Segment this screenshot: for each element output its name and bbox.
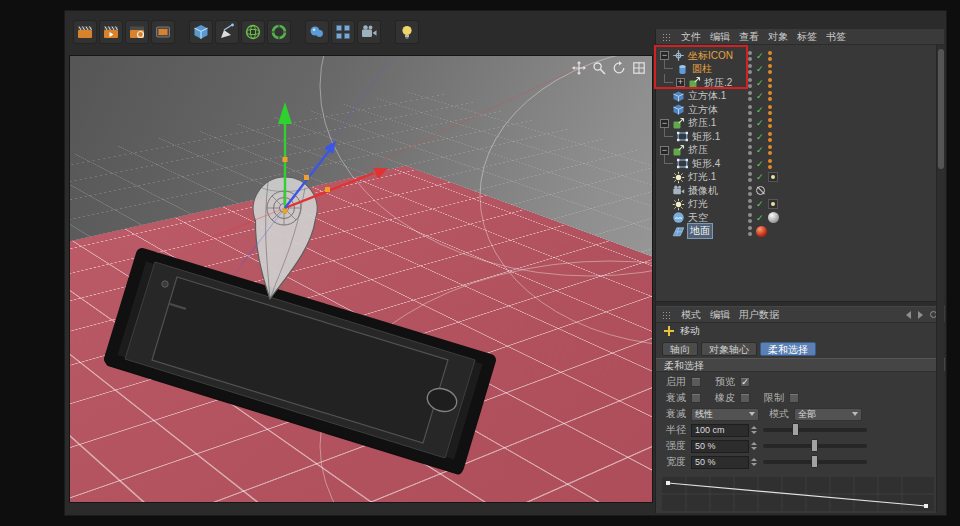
phone-model[interactable] [110, 254, 490, 470]
visibility-dots[interactable] [748, 186, 752, 196]
back-arrow-icon[interactable] [906, 311, 911, 319]
slider-handle[interactable] [811, 455, 818, 468]
enabled-check-icon[interactable] [756, 132, 764, 142]
expand-icon[interactable] [676, 78, 685, 87]
surface-checkbox[interactable] [740, 393, 750, 403]
panel-grip-icon[interactable] [662, 33, 670, 41]
enabled-check-icon[interactable] [756, 213, 764, 223]
layer-dots[interactable] [768, 64, 772, 74]
stepper-icon[interactable] [751, 442, 757, 450]
falloff-curve-widget[interactable] [662, 477, 934, 515]
pan-icon[interactable] [572, 61, 586, 75]
layer-dots[interactable] [768, 118, 772, 128]
falloff-checkbox[interactable] [691, 393, 701, 403]
object-row[interactable]: 挤压.2 [656, 76, 937, 89]
stepper-icon[interactable] [751, 426, 757, 434]
object-row[interactable]: 立方体 [656, 103, 937, 116]
enabled-check-icon[interactable] [756, 145, 764, 155]
layer-dots[interactable] [768, 51, 772, 61]
object-row[interactable]: 挤压 [656, 144, 937, 157]
visibility-dots[interactable] [748, 145, 752, 155]
render-view-icon[interactable] [73, 20, 97, 44]
enabled-check-icon[interactable] [756, 64, 764, 74]
menu-objects[interactable]: 对象 [768, 30, 788, 44]
spline-pen-icon[interactable] [215, 20, 239, 44]
section-header[interactable]: 柔和选择 [656, 358, 945, 372]
menu-edit[interactable]: 编辑 [710, 308, 730, 322]
array-icon[interactable] [331, 20, 355, 44]
camera-tool-icon[interactable] [357, 20, 381, 44]
generator-icon[interactable] [241, 20, 265, 44]
visibility-dots[interactable] [748, 159, 752, 169]
mode-dropdown[interactable]: 全部 [794, 408, 862, 421]
width-field[interactable]: 50 % [691, 456, 749, 469]
strength-slider[interactable] [763, 444, 867, 448]
layer-dots[interactable] [768, 78, 772, 88]
tab-object-axis[interactable]: 对象轴心 [701, 342, 757, 356]
visibility-dots[interactable] [748, 199, 752, 209]
layer-dots[interactable] [768, 105, 772, 115]
material-thumbnail[interactable] [756, 226, 767, 237]
slider-handle[interactable] [811, 439, 818, 452]
enabled-check-icon[interactable] [756, 78, 764, 88]
3d-viewport[interactable] [69, 55, 653, 503]
object-row[interactable]: 挤压.1 [656, 117, 937, 130]
collapse-icon[interactable] [660, 119, 669, 128]
object-row[interactable]: 坐标ICON [656, 49, 937, 62]
menu-view[interactable]: 查看 [739, 30, 759, 44]
object-row[interactable]: 天空 [656, 211, 937, 224]
strength-field[interactable]: 50 % [691, 440, 749, 453]
object-row[interactable]: 灯光 [656, 198, 937, 211]
visibility-dots[interactable] [748, 226, 752, 236]
object-row[interactable]: 矩形.4 [656, 157, 937, 170]
render-picture-viewer-icon[interactable] [99, 20, 123, 44]
visibility-dots[interactable] [748, 172, 752, 182]
collapse-icon[interactable] [660, 146, 669, 155]
object-row[interactable]: 摄像机 [656, 184, 937, 197]
layer-dots[interactable] [768, 159, 772, 169]
render-settings-icon[interactable] [125, 20, 149, 44]
visibility-dots[interactable] [748, 51, 752, 61]
preview-checkbox[interactable] [740, 377, 750, 387]
tab-soft-selection[interactable]: 柔和选择 [760, 342, 816, 356]
visibility-dots[interactable] [748, 213, 752, 223]
menu-userdata[interactable]: 用户数据 [739, 308, 779, 322]
enabled-check-icon[interactable] [756, 159, 764, 169]
object-row[interactable]: 矩形.1 [656, 130, 937, 143]
object-row[interactable]: 灯光.1 [656, 171, 937, 184]
deformer-icon[interactable] [267, 20, 291, 44]
radius-field[interactable]: 100 cm [691, 424, 749, 437]
menu-edit[interactable]: 编辑 [710, 30, 730, 44]
object-row[interactable]: 地面 [656, 225, 937, 238]
material-thumbnail[interactable] [768, 212, 779, 223]
tab-axis[interactable]: 轴向 [662, 342, 698, 356]
visibility-dots[interactable] [748, 78, 752, 88]
object-row[interactable]: 立方体.1 [656, 90, 937, 103]
enabled-check-icon[interactable] [756, 172, 764, 182]
layer-dots[interactable] [768, 145, 772, 155]
menu-mode[interactable]: 模式 [681, 308, 701, 322]
enabled-check-icon[interactable] [756, 51, 764, 61]
width-slider[interactable] [763, 460, 867, 464]
visibility-dots[interactable] [748, 64, 752, 74]
visibility-dots[interactable] [748, 91, 752, 101]
light-tag-icon[interactable] [768, 172, 778, 182]
stepper-icon[interactable] [751, 458, 757, 466]
falloff-dropdown[interactable]: 线性 [691, 408, 759, 421]
rotate-icon[interactable] [612, 61, 626, 75]
collapse-icon[interactable] [660, 51, 669, 60]
panel-scrollbar[interactable] [936, 45, 944, 513]
enabled-check-icon[interactable] [756, 118, 764, 128]
visibility-dots[interactable] [748, 105, 752, 115]
menu-file[interactable]: 文件 [681, 30, 701, 44]
cube-tool-icon[interactable] [189, 20, 213, 44]
light-tool-icon[interactable] [395, 20, 419, 44]
menu-tags[interactable]: 标签 [797, 30, 817, 44]
light-tag-icon[interactable] [768, 199, 778, 209]
menu-bookmarks[interactable]: 书签 [826, 30, 846, 44]
radius-slider[interactable] [763, 428, 867, 432]
slider-handle[interactable] [792, 423, 799, 436]
enable-checkbox[interactable] [691, 377, 701, 387]
panel-grip-icon[interactable] [662, 311, 670, 319]
scrollbar-thumb[interactable] [938, 49, 944, 169]
